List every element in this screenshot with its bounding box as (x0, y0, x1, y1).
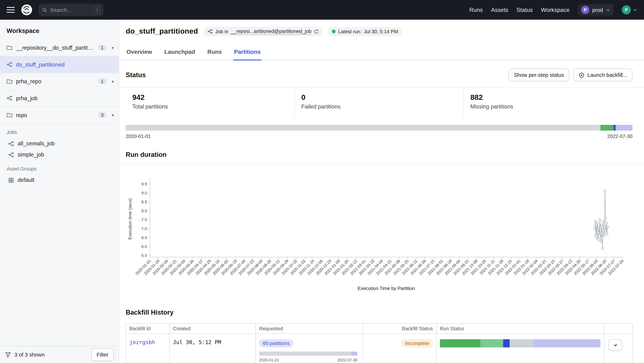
item-count-badge: 3 (98, 112, 106, 118)
tab-overview[interactable]: Overview (126, 45, 153, 60)
backfill-id-link[interactable]: jozrgsbh (129, 339, 155, 345)
bar-segment (440, 339, 481, 348)
column-header-backfill-id: Backfill Id (126, 324, 170, 334)
nav-link-assets[interactable]: Assets (491, 7, 508, 13)
requested-cell: 60 partitions2020-01-012022-07-30 (256, 334, 363, 363)
stat-missing-partitions: 882Missing partitions (464, 88, 632, 116)
bar-segment (503, 339, 510, 348)
sidebar-item-do-stuff-partitioned[interactable]: do_stuff_partitioned (0, 56, 119, 73)
stat-label: Missing partitions (470, 104, 626, 110)
sidebar-item-repo[interactable]: repo3▾ (0, 107, 119, 124)
backfill-status-cell: Incomplete (363, 334, 436, 363)
top-nav: Search... / RunsAssetsStatusWorkspace P … (0, 0, 644, 20)
environment-label: prod (592, 7, 603, 13)
partitions-count-chip[interactable]: 60 partitions (259, 339, 294, 348)
table-row: jozrgsbhJul 30, 5:12 PM60 partitions2020… (126, 334, 633, 363)
sidebar-item-default[interactable]: default (0, 174, 119, 186)
sidebar-section-label: Asset Groups (0, 160, 119, 174)
svg-text:8.5: 8.5 (142, 200, 147, 204)
sidebar-item-prha-job[interactable]: prha_job (0, 90, 119, 107)
page-title: do_stuff_partitioned (126, 27, 198, 36)
bar-segment (533, 339, 600, 348)
sidebar-item-all-cereals-job[interactable]: all_cereals_job (0, 138, 119, 149)
stat-total-partitions: 942Total partitions (126, 88, 294, 116)
requested-range-start: 2020-01-01 (259, 358, 279, 362)
column-header-backfill-status: Backfill Status (363, 324, 436, 334)
sidebar-item-label: all_cereals_job (18, 140, 114, 146)
user-menu[interactable]: P (622, 6, 638, 14)
stat-label: Total partitions (132, 104, 288, 110)
dagster-logo-icon[interactable] (20, 4, 33, 16)
partition-status-bar[interactable] (126, 125, 632, 130)
sidebar-title: Workspace (0, 20, 119, 40)
job-origin-tag: Job in __reposi...artitioned@partitioned… (204, 26, 322, 36)
sidebar-items: __repository__do_stuff_partitio...1▾do_s… (0, 40, 119, 124)
sidebar-item-prha-repo[interactable]: prha_repo1▾ (0, 73, 119, 90)
run-duration-section: Run duration 5.56.06.57.07.58.08.59.09.5… (119, 151, 644, 292)
backfill-history-table: Backfill IdCreatedRequestedBackfill Stat… (126, 323, 633, 363)
tab-runs[interactable]: Runs (206, 45, 222, 60)
environment-switcher[interactable]: P prod (578, 4, 614, 16)
stat-value: 0 (301, 93, 457, 102)
job-icon (208, 29, 213, 34)
actions-cell (604, 334, 633, 363)
sidebar-item-label: repo (16, 112, 94, 118)
search-input[interactable]: Search... / (39, 4, 104, 16)
menu-icon[interactable] (7, 7, 15, 13)
latest-run-label: Latest run: (338, 28, 362, 34)
requested-range-labels: 2020-01-012022-07-30 (259, 358, 358, 362)
job-tabs: OverviewLaunchpadRunsPartitions (119, 45, 644, 60)
stat-value: 882 (470, 93, 626, 102)
app: Search... / RunsAssetsStatusWorkspace P … (0, 0, 644, 363)
status-section: Status Show per-step status Launch backf… (119, 68, 644, 139)
stat-failed-partitions: 0Failed partitions (294, 88, 464, 116)
column-header-actions (604, 324, 633, 334)
bar-segment (601, 125, 614, 130)
chevron-down-icon[interactable]: ▾ (112, 45, 114, 50)
run-status-dot (332, 30, 336, 33)
item-count-badge: 1 (98, 78, 106, 84)
bar-segment (510, 339, 533, 348)
chevron-down-icon[interactable]: ▾ (112, 113, 114, 117)
sidebar-item-simple-job[interactable]: simple_job (0, 149, 119, 160)
x-axis-label: Execution Time by Partition (358, 286, 415, 291)
svg-text:5.5: 5.5 (142, 253, 147, 258)
partition-range-start: 2020-01-01 (126, 134, 151, 139)
filter-button[interactable]: Filter (91, 348, 114, 361)
tab-launchpad[interactable]: Launchpad (164, 45, 196, 60)
user-avatar: P (622, 6, 631, 14)
sidebar-section-label: Jobs (0, 124, 119, 138)
backfill-history-title: Backfill History (126, 309, 632, 316)
show-per-step-status-button[interactable]: Show per-step status (508, 68, 569, 81)
stat-label: Failed partitions (301, 104, 457, 110)
job-icon (7, 95, 12, 101)
folder-icon (7, 78, 12, 84)
reload-icon[interactable] (314, 29, 319, 34)
job-origin-path[interactable]: __reposi...artitioned@partitioned_job (231, 28, 312, 34)
nav-link-status[interactable]: Status (516, 7, 533, 13)
chevron-down-icon[interactable]: ▾ (112, 79, 114, 84)
sidebar-item-repository-do-stuff-partitio[interactable]: __repository__do_stuff_partitio...1▾ (0, 40, 119, 56)
expand-row-button[interactable] (608, 339, 622, 351)
latest-run-time[interactable]: Jul 30, 5:14 PM (364, 28, 398, 34)
search-icon (42, 7, 47, 12)
nav-link-runs[interactable]: Runs (469, 7, 483, 13)
partition-stats: 942Total partitions0Failed partitions882… (119, 87, 644, 116)
svg-text:6.5: 6.5 (142, 235, 147, 240)
folder-icon (7, 112, 12, 118)
tab-partitions[interactable]: Partitions (233, 45, 262, 60)
filter-funnel-icon (5, 352, 11, 358)
job-icon (8, 152, 14, 158)
sidebar-item-label: default (18, 177, 114, 183)
bar-segment (259, 352, 352, 356)
backfill-history-section: Backfill History Backfill IdCreatedReque… (119, 309, 644, 363)
sidebar-item-label: prha_repo (16, 78, 94, 84)
run-status-bar[interactable] (440, 339, 600, 348)
nav-link-workspace[interactable]: Workspace (541, 7, 570, 13)
bar-segment (614, 125, 616, 130)
column-header-run-status: Run Status (436, 324, 604, 334)
partition-range-end: 2022-07-30 (607, 134, 632, 139)
stat-value: 942 (132, 93, 288, 102)
job-origin-prefix: Job in (215, 28, 228, 34)
launch-backfill-button[interactable]: Launch backfill... (574, 68, 632, 81)
